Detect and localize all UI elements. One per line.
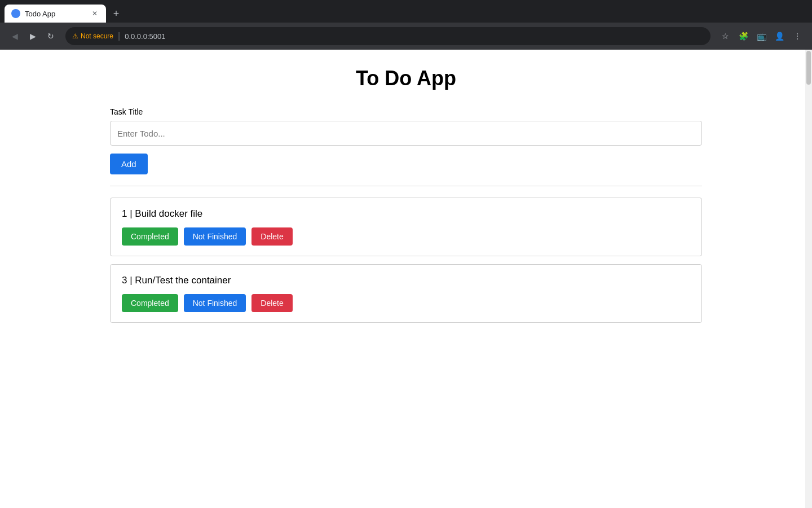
reload-icon: ↻ [47, 32, 54, 41]
not-finished-button[interactable]: Not Finished [184, 294, 246, 312]
task-input[interactable] [110, 121, 702, 146]
extensions-icon: 🧩 [739, 32, 748, 41]
security-text: Not secure [81, 32, 113, 40]
page-content: To Do App Task Title Add 1 | Build docke… [0, 50, 812, 508]
forward-icon: ▶ [30, 32, 36, 41]
profile-icon: 👤 [775, 32, 784, 41]
task-item: 1 | Build docker file Completed Not Fini… [110, 198, 702, 256]
task-form: Task Title Add [110, 107, 702, 174]
bookmark-button[interactable]: ☆ [717, 28, 733, 44]
scrollbar[interactable] [805, 50, 812, 508]
delete-button[interactable]: Delete [251, 294, 292, 312]
security-warning: ⚠ Not secure [72, 32, 113, 40]
scrollbar-thumb[interactable] [806, 51, 811, 85]
app-container: To Do App Task Title Add 1 | Build docke… [99, 67, 713, 323]
cast-icon: 📺 [757, 32, 766, 41]
completed-button[interactable]: Completed [122, 227, 178, 246]
add-button[interactable]: Add [110, 154, 148, 174]
active-tab[interactable]: Todo App ✕ [5, 5, 106, 23]
task-actions: Completed Not Finished Delete [122, 294, 690, 312]
extensions-button[interactable]: 🧩 [735, 28, 751, 44]
back-button[interactable]: ◀ [7, 28, 23, 44]
browser-toolbar: ◀ ▶ ↻ ⚠ Not secure | 0.0.0.0:5001 ☆ 🧩 📺 [0, 23, 812, 50]
forward-button[interactable]: ▶ [25, 28, 41, 44]
task-name: 3 | Run/Test the container [122, 275, 690, 286]
address-bar[interactable]: ⚠ Not secure | 0.0.0.0:5001 [65, 27, 710, 45]
warning-icon: ⚠ [72, 32, 78, 40]
tab-close-button[interactable]: ✕ [90, 9, 99, 18]
delete-button[interactable]: Delete [251, 227, 292, 246]
profile-button[interactable]: 👤 [771, 28, 787, 44]
app-title: To Do App [110, 67, 702, 90]
task-name: 1 | Build docker file [122, 208, 690, 220]
tab-favicon [11, 9, 20, 18]
task-title-label: Task Title [110, 107, 702, 116]
bookmark-icon: ☆ [722, 32, 729, 41]
menu-icon: ⋮ [793, 32, 801, 41]
reload-button[interactable]: ↻ [43, 28, 59, 44]
completed-button[interactable]: Completed [122, 294, 178, 312]
back-icon: ◀ [12, 32, 18, 41]
url-text: 0.0.0.0:5001 [125, 32, 165, 41]
divider [110, 186, 702, 186]
svg-point-0 [13, 11, 19, 16]
menu-button[interactable]: ⋮ [789, 28, 805, 44]
task-list: 1 | Build docker file Completed Not Fini… [110, 198, 702, 323]
new-tab-button[interactable]: + [108, 6, 124, 21]
toolbar-icons: ☆ 🧩 📺 👤 ⋮ [717, 28, 805, 44]
tab-bar: Todo App ✕ + [0, 0, 812, 23]
cast-button[interactable]: 📺 [753, 28, 769, 44]
browser-chrome: Todo App ✕ + ◀ ▶ ↻ ⚠ Not secure | 0.0.0.… [0, 0, 812, 50]
not-finished-button[interactable]: Not Finished [184, 227, 246, 246]
task-item: 3 | Run/Test the container Completed Not… [110, 264, 702, 323]
url-separator: | [118, 31, 120, 41]
tab-title: Todo App [25, 10, 86, 18]
task-actions: Completed Not Finished Delete [122, 227, 690, 246]
